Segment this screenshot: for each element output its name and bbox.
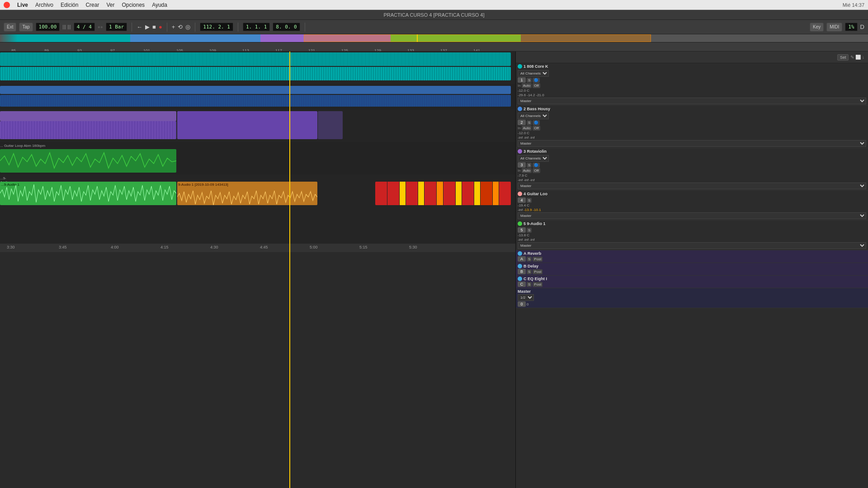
track-5-clip-multi[interactable] <box>375 182 511 205</box>
track-2-mute-btn[interactable]: 🔵 <box>533 120 540 125</box>
tempo-display[interactable]: 100.00 <box>36 23 60 31</box>
return-c-id[interactable]: C <box>518 282 526 287</box>
menu-ver[interactable]: Ver <box>106 2 114 8</box>
track-1-channel-num[interactable]: 1 <box>518 77 526 83</box>
midi-button[interactable]: MIDI <box>826 23 842 32</box>
track-3-routing-select[interactable]: Master <box>518 183 866 189</box>
track-2-input-select[interactable]: All Channels <box>518 113 549 119</box>
track-1-clip-sub[interactable] <box>0 67 511 80</box>
track-3-s-btn[interactable]: S <box>527 163 532 168</box>
track-2-lane <box>0 84 515 109</box>
menu-edicion[interactable]: Edición <box>61 2 78 8</box>
track-1-input-select[interactable]: All Channels <box>518 70 549 77</box>
track-1-clip-main[interactable] <box>0 52 511 66</box>
session-view-icon[interactable]: D <box>860 23 864 30</box>
return-c-s-btn[interactable]: S <box>527 282 532 287</box>
track-5-clip-orange[interactable]: 9-Audio 1 [2019-10-09 143413] <box>177 182 317 205</box>
menu-ayuda[interactable]: Ayuda <box>152 2 167 8</box>
menu-archivo[interactable]: Archivo <box>35 2 53 8</box>
track-2-s-btn[interactable]: S <box>527 120 532 125</box>
track-5-routing-select[interactable]: Master <box>518 242 866 249</box>
track-3-clip-1-body[interactable] <box>0 121 176 139</box>
stop-button[interactable]: ■ <box>152 23 156 30</box>
zoom-display[interactable]: 1% <box>845 23 857 31</box>
track-2-color-dot <box>518 107 522 111</box>
return-c-post-btn[interactable]: Post <box>533 282 542 287</box>
record-button[interactable]: ● <box>159 23 162 30</box>
track-4-clip-main[interactable] <box>0 149 176 173</box>
track-4-channel-num[interactable]: 4 <box>518 197 526 203</box>
track-2-routing-select[interactable]: Master <box>518 140 866 147</box>
return-a-s-btn[interactable]: S <box>527 257 532 262</box>
time-sig-display[interactable]: 4 / 4 <box>74 23 95 31</box>
add-icon[interactable]: + <box>172 23 175 30</box>
loop-end-display[interactable]: 8. 0. 0 <box>273 23 300 31</box>
return-b-s-btn[interactable]: S <box>527 269 532 274</box>
track-3-channel-num[interactable]: 3 <box>518 162 526 168</box>
mixer-return-a-name: A Reverb <box>524 251 541 256</box>
track-5-channel-num[interactable]: 5 <box>518 227 526 233</box>
title-bar: PRACTICA CURSO 4 [PRACTICA CURSO 4] <box>0 10 868 20</box>
track-4-color-dot <box>518 192 522 196</box>
master-routing-select[interactable]: 1/2 <box>518 294 534 301</box>
time-515: 5:15 <box>359 245 368 249</box>
menu-crear[interactable]: Crear <box>85 2 99 8</box>
app-name[interactable]: Live <box>17 2 28 8</box>
track-3-clip-2[interactable] <box>177 111 317 139</box>
ruler-93: 93 <box>77 48 82 52</box>
position-display[interactable]: 112. 2. 1 <box>200 23 233 31</box>
track-1-auto-btn[interactable]: Auto <box>522 83 532 88</box>
tap-button[interactable]: Tap <box>19 23 33 32</box>
track-2-clip-main[interactable] <box>0 95 511 107</box>
track-1-in-label: In <box>518 84 521 88</box>
track-2-off-btn[interactable]: Off <box>533 126 540 131</box>
return-b-id[interactable]: B <box>518 269 526 274</box>
track-1-color-dot <box>518 64 522 69</box>
tracks-area: ... Guitar Loop Abm 160bpm ...9-Audio 1 … <box>0 52 868 488</box>
mixer-panel: Set ✎ ⬜ ↓ 1 808 Core K All Channels 1 S <box>515 52 868 488</box>
track-3-lane <box>0 109 515 142</box>
return-c-dot <box>518 277 522 281</box>
empty-track-area <box>0 207 515 243</box>
master-ch-num[interactable]: 0 <box>518 301 526 307</box>
track-5-vol: -13.8 <box>518 233 526 237</box>
return-a-id[interactable]: A <box>518 256 526 262</box>
play-button[interactable]: ▶ <box>145 23 150 30</box>
return-a-post-btn[interactable]: Post <box>533 257 542 262</box>
track-3-mute-btn[interactable]: 🔵 <box>533 163 540 168</box>
track-1-mute-btn[interactable]: 🔵 <box>533 78 540 83</box>
time-400: 4:00 <box>111 245 119 249</box>
track-3-clip-1[interactable] <box>0 111 176 121</box>
track-3-auto-btn[interactable]: Auto <box>522 168 532 173</box>
track-3-clip-3[interactable] <box>318 111 343 139</box>
loop-start-display[interactable]: 1. 1. 1 <box>243 23 270 31</box>
track-4-routing-select[interactable]: Master <box>518 212 866 219</box>
track-1-routing-select[interactable]: Master <box>518 98 866 104</box>
track-4-s-btn[interactable]: S <box>527 198 532 203</box>
track-clips: ... Guitar Loop Abm 160bpm ...9-Audio 1 … <box>0 52 515 488</box>
mixer-master-name: Master <box>518 289 866 294</box>
arrow-left-icon[interactable]: ← <box>137 23 142 30</box>
ruler-141: 141 <box>473 48 480 52</box>
track-5-clip-green[interactable]: ...9-Audio 1 <box>0 182 176 205</box>
track-3-input-select[interactable]: All Channels <box>518 155 549 162</box>
overview-bar[interactable] <box>0 34 868 42</box>
metro-icon[interactable]: ◎ <box>185 23 190 30</box>
key-button[interactable]: Key <box>810 23 824 32</box>
menu-opciones[interactable]: Opciones <box>122 2 145 8</box>
ext-button[interactable]: Ext <box>4 23 16 32</box>
return-b-post-btn[interactable]: Post <box>533 269 542 274</box>
track-1-s-btn[interactable]: S <box>527 78 532 83</box>
time-500: 5:00 <box>310 245 318 249</box>
track-2-auto-btn[interactable]: Auto <box>522 126 532 131</box>
set-button[interactable]: Set <box>837 54 849 61</box>
loop-icon[interactable]: ⟲ <box>178 23 183 30</box>
track-5-s-btn[interactable]: S <box>527 228 532 233</box>
track-2-header-clip[interactable] <box>0 86 511 94</box>
track-2-channel-num[interactable]: 2 <box>518 120 526 125</box>
track-5-pan: C <box>527 233 529 237</box>
track-1-off-btn[interactable]: Off <box>533 83 540 88</box>
quantize-display[interactable]: 1 Bar <box>106 23 127 31</box>
track-3-off-btn[interactable]: Off <box>533 168 540 173</box>
ruler-133: 133 <box>407 48 414 52</box>
